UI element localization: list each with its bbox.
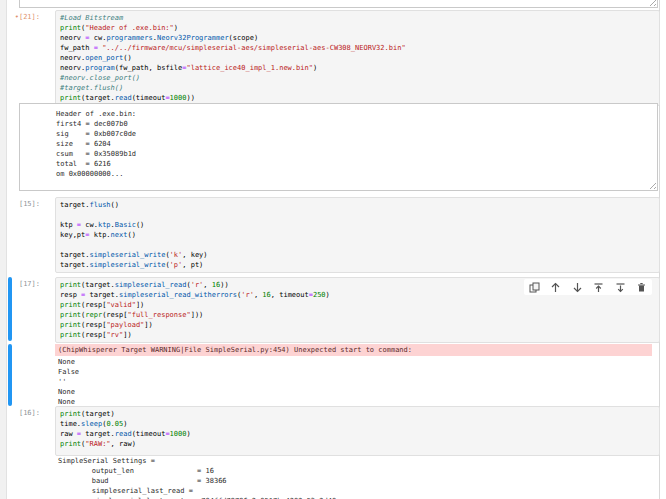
- resize-grip-icon[interactable]: [647, 180, 656, 189]
- code-line: fw_path = "../../firmware/mcu/simpleseri…: [60, 43, 655, 53]
- code-line: target.simpleserial_write('p', pt): [60, 260, 655, 270]
- code-line: target.simpleserial_write('k', key): [60, 250, 655, 260]
- code-line: print(resp["rv"]): [60, 330, 655, 340]
- arrow-down-icon: [572, 282, 583, 293]
- output-box-cell-21: Header of .exe.bin: first4 = dec007b0 si…: [19, 103, 658, 191]
- duplicate-cell-button[interactable]: [528, 281, 541, 294]
- code-editor-cell-15[interactable]: target.flush()ktp = cw.ktp.Basic()key,pt…: [55, 197, 660, 273]
- code-line: [60, 240, 655, 250]
- code-line: #neorv.close_port(): [60, 73, 655, 83]
- code-line: [60, 210, 655, 220]
- insert-above-icon: [593, 282, 604, 293]
- code-line: key,pt= ktp.next(): [60, 230, 655, 240]
- move-cell-up-button[interactable]: [549, 281, 562, 294]
- code-line: print(resp["valid"]): [60, 300, 655, 310]
- duplicate-icon: [529, 282, 540, 293]
- code-line: neorv.open_port(): [60, 53, 655, 63]
- arrow-up-icon: [550, 282, 561, 293]
- output-text-cell-17: None False '' None None: [58, 357, 79, 407]
- delete-cell-button[interactable]: [635, 281, 648, 294]
- code-line: target.flush(): [60, 200, 655, 210]
- code-line: neorv.program(fw_path, bsfile="lattice_i…: [60, 63, 655, 73]
- execution-prompt-cell-17: [17]:: [0, 279, 40, 289]
- cell-hover-toolbar: [524, 279, 652, 295]
- code-line: print(repr(resp["full_response"])): [60, 310, 655, 320]
- execution-prompt-cell-21: •[21]:: [0, 12, 40, 22]
- insert-cell-above-button[interactable]: [592, 281, 605, 294]
- stderr-warning-banner: (ChipWhisperer Target WARNING|File Simpl…: [55, 344, 652, 356]
- code-line: raw = target.read(timeout=1000): [60, 429, 655, 439]
- code-line: neorv = cw.programmers.Neorv32Programmer…: [60, 33, 655, 43]
- active-cell-output-collapser[interactable]: [8, 344, 12, 406]
- clipped-output-box: [19, 0, 658, 8]
- jupyter-notebook-panel: •[21]: #Load Bitstreamprint("Header of .…: [0, 0, 666, 499]
- code-line: print(resp["payload"]): [60, 320, 655, 330]
- code-editor-cell-21[interactable]: #Load Bitstreamprint("Header of .exe.bin…: [55, 10, 660, 106]
- notebook-left-gutter: [0, 0, 7, 499]
- code-line: print(target): [60, 409, 655, 419]
- code-line: time.sleep(0.05): [60, 419, 655, 429]
- output-text-cell-16: SimpleSerial Settings = output_len = 16 …: [58, 456, 336, 499]
- move-cell-down-button[interactable]: [571, 281, 584, 294]
- code-line: #target.flush(): [60, 83, 655, 93]
- resize-grip-icon[interactable]: [647, 0, 656, 6]
- insert-cell-below-button[interactable]: [614, 281, 627, 294]
- execution-prompt-cell-15: [15]:: [0, 199, 40, 209]
- output-text-cell-21: Header of .exe.bin: first4 = dec007b0 si…: [20, 104, 140, 179]
- insert-below-icon: [615, 282, 626, 293]
- trash-icon: [636, 282, 647, 293]
- code-line: #Load Bitstream: [60, 13, 655, 23]
- code-line: print("Header of .exe.bin:"): [60, 23, 655, 33]
- code-editor-cell-16[interactable]: print(target)time.sleep(0.05)raw = targe…: [55, 406, 660, 456]
- code-line: print("RAW:", raw): [60, 439, 655, 449]
- code-line: ktp = cw.ktp.Basic(): [60, 220, 655, 230]
- code-line: print(target.read(timeout=1000)): [60, 93, 655, 103]
- execution-prompt-cell-16: [16]:: [0, 408, 40, 418]
